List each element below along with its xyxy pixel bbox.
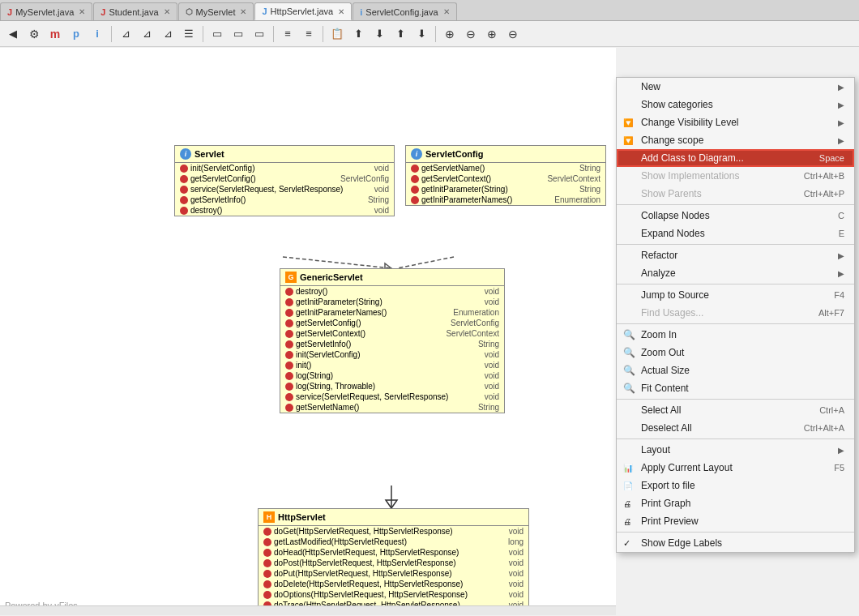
menu-item-add-class[interactable]: Add Class to Diagram... Space [617, 149, 854, 167]
uml-node-genericservlet[interactable]: G GenericServlet destroy() void getInitP… [280, 268, 505, 413]
menu-item-jump-to-source[interactable]: Jump to Source F4 [617, 286, 854, 304]
menu-item-print-graph[interactable]: 🖨 Print Graph [617, 494, 854, 512]
toolbar-btn-settings[interactable]: ⚙ [24, 24, 44, 44]
menu-item-select-all[interactable]: Select All Ctrl+A [617, 401, 854, 419]
toolbar-btn-rect2[interactable]: ▭ [229, 24, 248, 44]
menu-label-zoom-out: Zoom Out [641, 347, 684, 358]
sc-method-icon-1 [411, 165, 419, 173]
hs-name-1: doGet(HttpServletRequest, HttpServletRes… [274, 527, 509, 536]
uml-node-httpservlet-header: H HttpServlet [259, 509, 528, 526]
menu-item-print-preview[interactable]: 🖨 Print Preview [617, 512, 854, 530]
tab-label-myservlet-java: MyServlet.java [15, 7, 74, 17]
hs-method-2: getLastModified(HttpServletRequest) long [259, 537, 528, 547]
gs-method-3: getInitParameterNames() Enumeration [280, 307, 504, 318]
uml-node-httpservlet[interactable]: H HttpServlet doGet(HttpServletRequest, … [258, 508, 529, 611]
uml-node-genericservlet-header: G GenericServlet [280, 269, 504, 286]
canvas-area[interactable]: i Servlet init(ServletConfig) void getSe… [0, 48, 616, 615]
tab-close-servletconfig-java[interactable]: ✕ [443, 7, 450, 16]
sc-method-icon-2 [411, 175, 419, 183]
menu-item-zoom-in[interactable]: 🔍 Zoom In [617, 326, 854, 344]
toolbar-sep-5 [435, 26, 436, 42]
method-type-5: void [374, 206, 389, 215]
hs-method-5: doPut(HttpServletRequest, HttpServletRes… [259, 568, 528, 579]
gs-type-12: String [478, 403, 499, 412]
toolbar-btn-action4[interactable]: ⬆ [391, 24, 410, 44]
toolbar-btn-zoom-out2[interactable]: ⊖ [503, 24, 523, 44]
menu-label-zoom-in: Zoom In [641, 329, 677, 340]
menu-item-export-to-file[interactable]: 📄 Export to file [617, 477, 854, 494]
tab-close-httpservlet-java[interactable]: ✕ [338, 7, 344, 16]
servlet-method-5: destroy() void [175, 205, 394, 216]
tab-httpservlet-java[interactable]: J HttpServlet.java ✕ [254, 2, 352, 20]
uml-node-servletconfig[interactable]: i ServletConfig getServletName() String … [405, 145, 606, 206]
toolbar-btn-action5[interactable]: ⬇ [412, 24, 431, 44]
hs-name-7: doOptions(HttpServletRequest, HttpServle… [274, 590, 509, 599]
menu-item-expand-nodes[interactable]: Expand Nodes E [617, 225, 854, 242]
menu-item-change-visibility[interactable]: 🔽 Change Visibility Level ▶ [617, 113, 854, 131]
hs-icon-7 [263, 591, 271, 599]
gs-icon-10 [285, 383, 293, 391]
toolbar-btn-filter2[interactable]: ⊿ [137, 24, 156, 44]
toolbar-sep-3 [273, 26, 274, 42]
menu-sep-6 [617, 438, 854, 439]
change-visibility-icon: 🔽 [623, 118, 633, 127]
menu-item-refactor[interactable]: Refactor ▶ [617, 246, 854, 264]
toolbar-btn-filter3[interactable]: ⊿ [158, 24, 177, 44]
toolbar-btn-layout1[interactable]: ≡ [278, 24, 297, 44]
toolbar-btn-action1[interactable]: 📋 [327, 24, 347, 44]
toolbar-sep-1 [111, 26, 112, 42]
gs-name-8: init() [296, 361, 485, 370]
uml-node-servlet[interactable]: i Servlet init(ServletConfig) void getSe… [174, 145, 395, 216]
menu-item-actual-size[interactable]: 🔍 Actual Size [617, 361, 854, 379]
toolbar-btn-p[interactable]: p [66, 24, 86, 44]
gs-icon-6 [285, 340, 293, 349]
toolbar-btn-action3[interactable]: ⬇ [370, 24, 389, 44]
toolbar-btn-action2[interactable]: ⬆ [348, 24, 368, 44]
menu-item-apply-layout[interactable]: 📊 Apply Current Layout F5 [617, 459, 854, 477]
tab-icon-httpservlet-java: J [262, 6, 267, 16]
toolbar-btn-filter4[interactable]: ☰ [179, 24, 199, 44]
menu-item-show-categories[interactable]: Show categories ▶ [617, 96, 854, 113]
horizontal-scrollbar[interactable] [0, 605, 616, 615]
tab-myservlet-java[interactable]: J MyServlet.java ✕ [0, 2, 92, 20]
menu-item-layout[interactable]: Layout ▶ [617, 441, 854, 459]
hs-icon-2 [263, 538, 271, 546]
tab-servletconfig-java[interactable]: i ServletConfig.java ✕ [353, 2, 456, 20]
menu-item-fit-content[interactable]: 🔍 Fit Content [617, 379, 854, 397]
menu-item-analyze[interactable]: Analyze ▶ [617, 264, 854, 282]
menu-item-zoom-out[interactable]: 🔍 Zoom Out [617, 344, 854, 361]
toolbar-btn-rect1[interactable]: ▭ [207, 24, 227, 44]
actual-size-icon: 🔍 [623, 365, 635, 376]
gs-icon-1 [285, 288, 293, 296]
toolbar-btn-i[interactable]: i [88, 24, 107, 44]
tab-close-myservlet-java[interactable]: ✕ [79, 7, 85, 16]
gs-method-5: getServletContext() ServletContext [280, 328, 504, 339]
svg-marker-4 [386, 500, 397, 508]
tab-close-myservlet[interactable]: ✕ [240, 7, 246, 16]
hs-method-1: doGet(HttpServletRequest, HttpServletRes… [259, 526, 528, 537]
menu-item-change-scope[interactable]: 🔽 Change scope ▶ [617, 131, 854, 149]
menu-arrow-change-scope: ▶ [838, 136, 844, 145]
toolbar-btn-zoom-in[interactable]: ⊕ [440, 24, 459, 44]
toolbar-btn-rect3[interactable]: ▭ [250, 24, 269, 44]
tab-label-myservlet: MyServlet [196, 7, 236, 17]
gs-type-3: Enumeration [453, 308, 499, 317]
menu-sep-4 [617, 323, 854, 324]
menu-item-collapse-nodes[interactable]: Collapse Nodes C [617, 207, 854, 225]
toolbar-btn-filter1[interactable]: ⊿ [116, 24, 135, 44]
menu-item-new[interactable]: New ▶ [617, 78, 854, 96]
sc-method-type-3: String [579, 185, 600, 194]
toolbar-btn-back[interactable]: ◀ [3, 24, 23, 44]
menu-label-show-parents: Show Parents [641, 188, 702, 199]
menu-label-actual-size: Actual Size [641, 365, 690, 376]
toolbar-btn-m[interactable]: m [45, 24, 65, 44]
tab-student-java[interactable]: J Student.java ✕ [93, 2, 177, 20]
toolbar-btn-zoom-out[interactable]: ⊖ [461, 24, 481, 44]
tab-close-student-java[interactable]: ✕ [164, 7, 170, 16]
tab-myservlet[interactable]: ⬡ MyServlet ✕ [178, 2, 254, 20]
hs-name-5: doPut(HttpServletRequest, HttpServletRes… [274, 569, 509, 578]
menu-item-deselect-all[interactable]: Deselect All Ctrl+Alt+A [617, 419, 854, 437]
toolbar-btn-layout2[interactable]: ≡ [299, 24, 318, 44]
toolbar-btn-zoom-in2[interactable]: ⊕ [482, 24, 502, 44]
menu-item-show-edge-labels[interactable]: ✓ Show Edge Labels [617, 534, 854, 552]
